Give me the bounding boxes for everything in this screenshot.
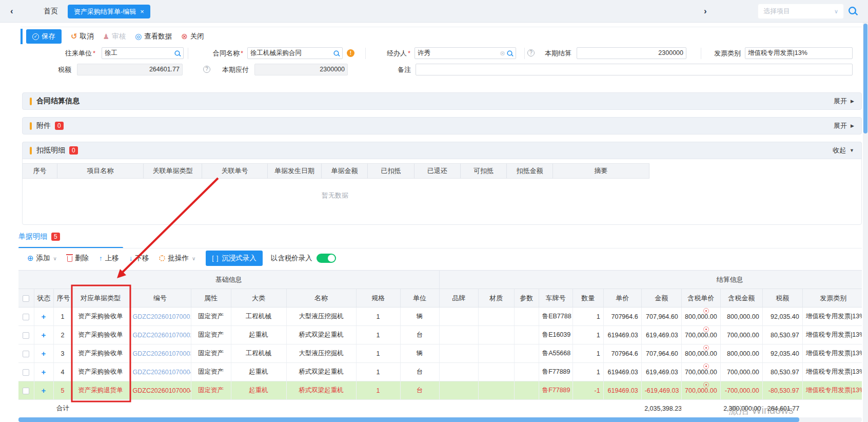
help-icon: ? (527, 49, 535, 56)
cell-name: 大型液压挖掘机 (286, 308, 356, 326)
collapse-toggle[interactable]: 收起 ▼ (833, 146, 854, 155)
partner-input[interactable]: 徐工 (102, 47, 184, 59)
expand-toggle[interactable]: 展开 ▶ (834, 97, 854, 106)
section-attachments[interactable]: 附件 0 展开 ▶ (22, 117, 862, 135)
batch-operation-button[interactable]: 批操作 ∨ (159, 254, 195, 263)
row-checkbox[interactable] (23, 351, 29, 357)
total-cell (72, 400, 129, 417)
remark-input[interactable] (416, 64, 853, 75)
vertical-scrollbar-thumb[interactable] (863, 24, 867, 133)
expand-plus-icon[interactable]: + (42, 349, 46, 358)
tab-active-asset-settlement[interactable]: 资产采购结算单-编辑 × (68, 5, 150, 18)
cell-tax: 92,035.40 (762, 308, 802, 326)
cell-category: 起重机 (231, 381, 286, 400)
col-header: 金额 (641, 289, 681, 308)
cell-brand (439, 326, 478, 344)
row-status-cell: + (34, 344, 53, 363)
cell-category: 起重机 (231, 326, 286, 344)
back-chevron-icon[interactable]: ‹ (10, 6, 13, 16)
expand-plus-icon[interactable]: + (42, 312, 46, 321)
col-header: 名称 (286, 289, 356, 308)
close-circle-icon: ⊗ (181, 32, 188, 41)
add-button[interactable]: ⊕ 添加 ∨ (27, 254, 57, 263)
audit-button[interactable]: ♟ 审核 (103, 32, 126, 41)
cell-param (514, 344, 539, 363)
section-deduction-detail[interactable]: 扣抵明细 0 收起 ▼ (22, 142, 862, 159)
immersive-entry-button[interactable]: [ ] 沉浸式录入 (206, 251, 263, 266)
document-code-link[interactable]: GDZC202601070004 (133, 369, 191, 376)
cell-tax: 80,530.97 (762, 363, 802, 381)
expand-plus-icon[interactable]: + (42, 386, 46, 395)
current-settle-value: 2300000 (658, 48, 683, 59)
cell-doc_type: 资产采购验收单 (72, 363, 129, 381)
cell-seq: 5 (53, 381, 72, 400)
row-status-cell: + (34, 308, 53, 326)
row-checkbox[interactable] (23, 332, 29, 339)
section-contract-settlement[interactable]: 合同结算信息 展开 ▶ (22, 92, 862, 110)
panel-accent-bar (21, 29, 23, 44)
current-settle-input[interactable]: 2300000 (577, 47, 686, 59)
cell-seq: 4 (53, 363, 72, 381)
deduction-col-header: 摘要 (553, 163, 649, 179)
close-tab-icon[interactable]: × (140, 8, 144, 15)
handler-input[interactable]: 许秀 ⊗ (415, 47, 516, 59)
search-icon[interactable] (174, 50, 180, 55)
red-stamp-icon (703, 382, 709, 388)
cell-invoice: 增值税专用发票|13% (802, 326, 862, 344)
row-checkbox[interactable] (23, 314, 29, 320)
view-data-button[interactable]: ◎ 查看数据 (135, 32, 172, 41)
row-checkbox[interactable] (23, 388, 29, 394)
contract-value: 徐工机械采购合同 (250, 48, 333, 59)
project-select[interactable]: 选择项目 ∨ (758, 4, 844, 19)
cell-attr: 固定资产 (191, 363, 231, 381)
cell-unit: 台 (400, 381, 439, 400)
row-checkbox-cell (18, 381, 34, 400)
move-down-label: 下移 (135, 254, 149, 263)
deduction-col-header: 已退还 (415, 163, 461, 179)
col-header: 属性 (191, 289, 231, 308)
search-icon[interactable] (333, 50, 339, 55)
invoice-type-label: 发票类别 (702, 47, 741, 59)
document-code-link[interactable]: GDZC202601070003 (133, 350, 191, 357)
delete-button[interactable]: 删除 (67, 254, 89, 263)
group-header-settlement: 结算信息 (439, 271, 862, 289)
horizontal-scrollbar-thumb[interactable] (18, 417, 799, 422)
clear-icon[interactable]: ⊗ (500, 48, 505, 59)
remark-label: 备注 (367, 64, 411, 75)
cell-amount: 619,469.03 (641, 363, 681, 381)
project-select-placeholder: 选择项目 (763, 7, 790, 16)
search-icon[interactable] (849, 7, 856, 14)
document-code-link[interactable]: GDZC202601070002 (133, 332, 191, 339)
row-status-cell: + (34, 363, 53, 381)
expand-plus-icon[interactable]: + (42, 368, 46, 376)
contract-input[interactable]: 徐工机械采购合同 (247, 47, 343, 59)
view-data-label: 查看数据 (144, 32, 172, 41)
detail-table-wrap: 基础信息结算信息状态序号对应单据类型编号属性大类名称规格单位品牌材质参数车牌号数… (18, 270, 862, 418)
cancel-button[interactable]: ↺ 取消 (71, 32, 94, 41)
select-all-checkbox[interactable] (23, 295, 29, 302)
triangle-right-icon: ▶ (851, 123, 854, 128)
forward-chevron-icon[interactable]: › (704, 6, 707, 16)
tab-home[interactable]: 首页 (44, 7, 58, 16)
save-button[interactable]: ✓ 保存 (26, 29, 62, 44)
search-icon[interactable] (507, 50, 512, 55)
tab-document-detail[interactable]: 单据明细 5 (18, 232, 60, 241)
table-row: +4资产采购验收单GDZC202601070004固定资产起重机桥式双梁起重机1… (18, 363, 862, 381)
move-down-button[interactable]: ↓ 下移 (129, 254, 149, 263)
cell-tax_incl_price: 800,000.00 (681, 308, 720, 326)
expand-plus-icon[interactable]: + (42, 331, 46, 339)
close-button[interactable]: ⊗ 关闭 (181, 32, 204, 41)
document-code-link[interactable]: GDZC202601070001 (133, 313, 191, 320)
invoice-type-input[interactable]: 增值税专用发票|13% (745, 47, 853, 59)
tax-included-toggle[interactable] (317, 254, 336, 263)
tab-divider-line (18, 248, 862, 248)
cell-price: 619469.03 (603, 326, 641, 344)
cell-code: GDZC202601070002 (129, 326, 191, 344)
cell-name: 桥式双梁起重机 (286, 381, 356, 400)
move-up-button[interactable]: ↑ 上移 (99, 254, 119, 263)
row-checkbox[interactable] (23, 369, 29, 376)
expand-toggle[interactable]: 展开 ▶ (834, 121, 854, 130)
document-code-link[interactable]: GDZC202601070004 (133, 387, 191, 394)
cell-material (478, 308, 514, 326)
audit-label: 审核 (112, 32, 126, 41)
